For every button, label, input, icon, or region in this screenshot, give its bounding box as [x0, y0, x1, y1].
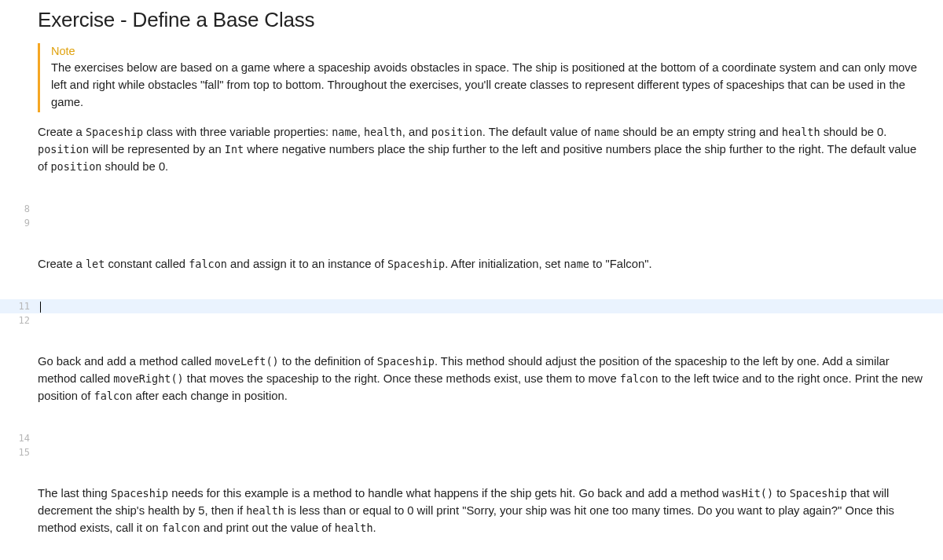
- line-gutter: [0, 0, 38, 180]
- inline-code: health: [335, 522, 373, 534]
- code-line[interactable]: [38, 216, 943, 230]
- code-line-row[interactable]: 12: [0, 313, 943, 328]
- markdown-cell-4: The last thing Spaceship needs for this …: [0, 481, 943, 541]
- paragraph-4: The last thing Spaceship needs for this …: [38, 485, 924, 536]
- inline-code: Spaceship: [387, 258, 445, 270]
- note-callout: Note The exercises below are based on a …: [38, 43, 924, 112]
- text-cursor: [40, 302, 41, 313]
- code-line-row[interactable]: 11: [0, 299, 943, 313]
- inline-code: name: [332, 126, 358, 138]
- page-title: Exercise - Define a Base Class: [38, 8, 924, 32]
- line-number: 11: [0, 299, 38, 313]
- inline-code: moveRight(): [113, 372, 183, 385]
- paragraph-1: Create a Spaceship class with three vari…: [38, 123, 924, 175]
- inline-code: position: [431, 126, 483, 138]
- inline-code: position: [50, 160, 101, 173]
- inline-code: let: [86, 258, 105, 270]
- code-line[interactable]: [38, 313, 943, 328]
- code-line-row[interactable]: 14: [0, 431, 943, 445]
- inline-code: Spaceship: [111, 487, 168, 500]
- playground-page: Exercise - Define a Base Class Note The …: [0, 0, 943, 541]
- inline-code: Int: [225, 143, 244, 156]
- code-line[interactable]: [38, 445, 943, 459]
- inline-code: moveLeft(): [215, 355, 278, 368]
- inline-code: falcon: [620, 372, 659, 385]
- code-line-row[interactable]: 9: [0, 216, 943, 230]
- line-number: 12: [0, 313, 38, 328]
- code-cell-3[interactable]: 1415: [0, 431, 943, 459]
- inline-code: name: [594, 126, 620, 138]
- line-gutter: [0, 350, 38, 409]
- inline-code: falcon: [162, 522, 200, 534]
- inline-code: health: [364, 126, 402, 138]
- inline-code: health: [782, 126, 820, 138]
- code-line[interactable]: [38, 202, 943, 216]
- line-gutter: [0, 252, 38, 277]
- inline-code: position: [38, 143, 89, 156]
- inline-code: Spaceship: [377, 355, 435, 368]
- paragraph-2: Create a let constant called falcon and …: [38, 255, 924, 273]
- markdown-cell-3: Go back and add a method called moveLeft…: [0, 350, 943, 409]
- code-line-row[interactable]: 15: [0, 445, 943, 459]
- code-line[interactable]: [38, 299, 943, 313]
- code-cell-1[interactable]: 89: [0, 202, 943, 230]
- line-number: 8: [0, 202, 38, 216]
- markdown-cell-intro: Exercise - Define a Base Class Note The …: [0, 0, 943, 180]
- inline-code: wasHit(): [722, 487, 773, 500]
- line-number: 14: [0, 431, 38, 445]
- line-number: 9: [0, 216, 38, 230]
- inline-code: falcon: [189, 258, 227, 270]
- inline-code: name: [563, 258, 589, 270]
- inline-code: falcon: [94, 390, 133, 402]
- inline-code: Spaceship: [86, 126, 143, 138]
- paragraph-3: Go back and add a method called moveLeft…: [38, 353, 924, 404]
- note-text: The exercises below are based on a game …: [51, 59, 924, 111]
- code-line[interactable]: [38, 431, 943, 445]
- inline-code: health: [246, 504, 284, 517]
- inline-code: Spaceship: [790, 487, 847, 500]
- markdown-cell-2: Create a let constant called falcon and …: [0, 252, 943, 277]
- code-line-row[interactable]: 8: [0, 202, 943, 216]
- note-label: Note: [51, 45, 924, 57]
- line-gutter: [0, 481, 38, 541]
- code-cell-2[interactable]: 1112: [0, 299, 943, 328]
- line-number: 15: [0, 445, 38, 459]
